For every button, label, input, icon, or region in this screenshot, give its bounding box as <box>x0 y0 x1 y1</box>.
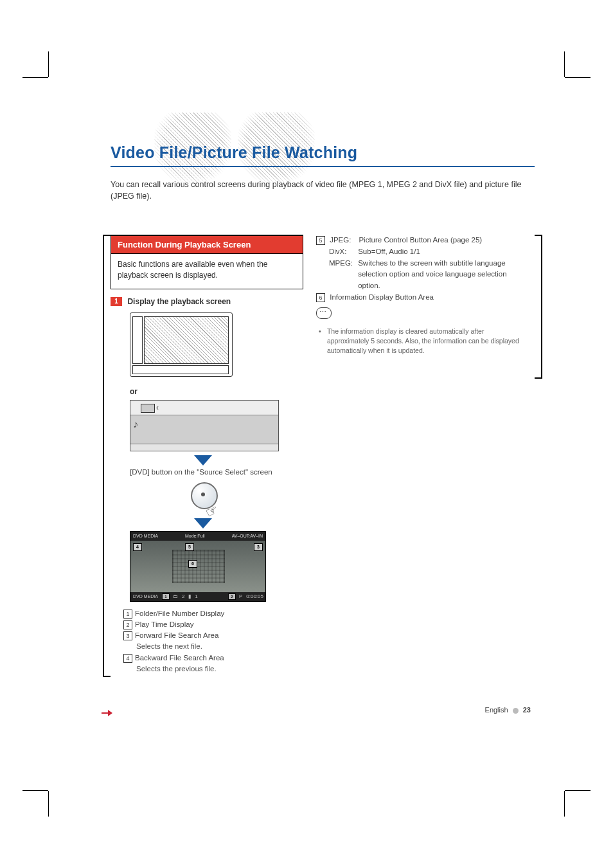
page-footer: English 23 <box>485 706 531 714</box>
dvd-button-illustration: ☞ <box>188 482 220 514</box>
legend-6: Information Display Button Area <box>330 293 434 301</box>
bullet-icon: • <box>319 327 325 336</box>
title-underline <box>111 166 535 167</box>
legend-3-sub: Selects the next file. <box>136 641 303 652</box>
footer-page-number: 23 <box>523 706 531 714</box>
label-divx: DivX: <box>329 246 356 258</box>
or-label: or <box>130 387 303 396</box>
legend-5-divx: Sub=Off, Audio 1/1 <box>358 248 420 255</box>
bracket-right <box>535 235 542 379</box>
dvd-bot-left: DVD MEDIA <box>130 594 161 599</box>
page-title: Video File/Picture File Watching <box>111 143 357 162</box>
device-illustration <box>130 312 233 377</box>
step-number-badge: 1 <box>111 297 122 306</box>
legend-4-sub: Selects the previous file. <box>136 664 303 674</box>
file-icon: ▮ <box>186 593 193 599</box>
step-label: Display the playback screen <box>127 297 231 306</box>
file-number: 1 <box>193 593 199 599</box>
callout-3: 3 <box>254 543 263 551</box>
num-box: 6 <box>316 293 325 302</box>
legend-1: Folder/File Number Display <box>135 610 224 617</box>
section-heading: Function During Playback Screen <box>111 235 303 254</box>
play-icon: P <box>237 593 244 599</box>
play-time: 0:00:05 <box>244 593 265 599</box>
legend-4: Backward File Search Area <box>135 654 224 662</box>
legend-left: 1Folder/File Number Display 2Play Time D… <box>123 608 303 675</box>
crop-mark <box>526 752 565 791</box>
callout-5: 5 <box>185 543 194 551</box>
scr-badge-icon <box>141 404 155 413</box>
folder-number: 2 <box>180 593 186 599</box>
footer-language: English <box>485 706 508 714</box>
left-column: Function During Playback Screen Basic fu… <box>111 235 303 674</box>
source-select-caption: [DVD] button on the "Source Select" scre… <box>130 468 303 476</box>
dvd-top-right: AV–OUT:AV–IN <box>229 534 265 538</box>
section-body: Basic functions are available even when … <box>111 254 303 289</box>
note-text: The information display is cleared autom… <box>327 327 520 356</box>
folder-icon: 🗀 <box>171 593 180 599</box>
num-box: 1 <box>123 610 132 619</box>
callout-4: 4 <box>133 543 142 551</box>
callout-6: 6 <box>188 560 197 568</box>
crop-mark <box>48 752 87 791</box>
num-box: 4 <box>123 654 132 663</box>
legend-3: Forward File Search Area <box>135 631 218 639</box>
music-icon: ♪ <box>133 419 138 430</box>
footer-dot-icon <box>513 708 519 714</box>
num-box: 2 <box>123 620 132 629</box>
legend-5-jpeg: Picture Control Button Area (page 25) <box>359 236 482 244</box>
dvd-top-left: DVD MEDIA <box>130 534 161 538</box>
dvd-playback-screen: DVD MEDIA Mode:Full AV–OUT:AV–IN 4 5 6 3… <box>130 531 266 602</box>
label-mpeg: MPEG: <box>329 258 356 269</box>
bracket-left <box>103 235 111 677</box>
dvd-top-mid: Mode:Full <box>182 534 208 538</box>
label-jpeg: JPEG: <box>330 235 357 246</box>
num-box: 5 <box>316 236 325 245</box>
callout-1: 1 <box>162 593 170 600</box>
step-1: 1 Display the playback screen <box>111 296 303 307</box>
callout-2: 2 <box>228 593 236 600</box>
chevron-icon: ‹ <box>156 403 159 412</box>
crop-mark <box>526 77 565 116</box>
source-select-bar: ‹ ♪ <box>130 400 279 451</box>
intro-text: You can recall various control screens d… <box>111 179 529 202</box>
crop-mark <box>48 77 87 116</box>
continuation-arrow-icon <box>102 709 114 719</box>
note-icon <box>316 307 332 319</box>
num-box: 3 <box>123 631 132 640</box>
right-column: 5 JPEG: Picture Control Button Area (pag… <box>316 235 535 674</box>
legend-2: Play Time Display <box>135 620 193 628</box>
down-arrow-icon <box>194 455 212 466</box>
legend-5-mpeg: Switches to the screen with subtitle lan… <box>358 258 519 292</box>
